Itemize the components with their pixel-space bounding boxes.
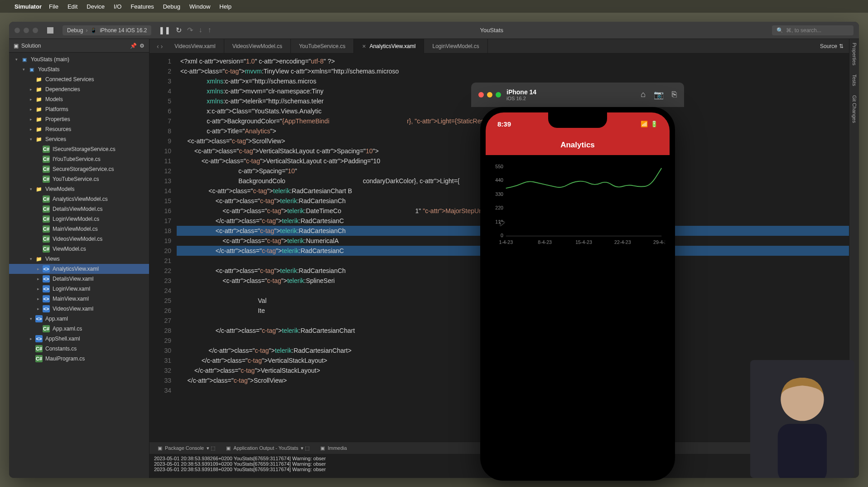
tab-properties[interactable]: Properties: [852, 43, 857, 65]
tree-item[interactable]: C#AnalyticsViewModel.cs: [9, 194, 149, 204]
tree-item[interactable]: 📁Connected Services: [9, 74, 149, 84]
debug-target-selector[interactable]: Debug › 📱 iPhone 14 iOS 16.2: [63, 25, 151, 35]
pin-icon[interactable]: 📌: [130, 43, 137, 49]
step-over-button[interactable]: ↷: [187, 26, 193, 34]
tree-item[interactable]: C#LoginViewModel.cs: [9, 214, 149, 224]
chevron-right-icon: ›: [86, 27, 87, 34]
tree-item[interactable]: C#MauiProgram.cs: [9, 354, 149, 364]
tree-item[interactable]: ▾📁ViewModels: [9, 184, 149, 194]
svg-text:220: 220: [495, 205, 503, 210]
editor-tab[interactable]: ×AnalyticsView.xaml: [354, 39, 424, 54]
solution-icon: ▣: [14, 43, 19, 49]
menu-window[interactable]: Window: [189, 3, 210, 10]
tab-package-console[interactable]: ▣ Package Console ▾ ⬚: [153, 445, 220, 451]
svg-text:22-4-23: 22-4-23: [614, 239, 631, 245]
screenshot-button[interactable]: 📷: [654, 90, 664, 100]
tree-item[interactable]: ▸<>VideosView.xaml: [9, 304, 149, 314]
line-gutter: 1234567891011121314151617181920212223242…: [149, 54, 177, 442]
chevron-updown-icon: ⇅: [839, 43, 844, 49]
tree-item[interactable]: ▸📁Platforms: [9, 104, 149, 114]
tree-item[interactable]: ▸📁Dependencies: [9, 84, 149, 94]
svg-text:29-4-23: 29-4-23: [653, 239, 665, 245]
tree-item[interactable]: C#App.xaml.cs: [9, 324, 149, 334]
gear-icon[interactable]: ⚙: [140, 43, 145, 49]
search-icon: 🔍: [776, 27, 783, 34]
pause-button[interactable]: ❚❚: [159, 26, 170, 34]
close-icon[interactable]: ×: [362, 43, 366, 50]
tree-item[interactable]: ▸<>AnalyticsView.xaml: [9, 264, 149, 274]
tree-item[interactable]: C#Constants.cs: [9, 344, 149, 354]
editor-tab[interactable]: VideosView.xaml: [166, 39, 224, 54]
editor-tab[interactable]: VideosViewModel.cs: [224, 39, 291, 54]
menu-file[interactable]: File: [49, 3, 58, 10]
search-placeholder: ⌘, to search...: [786, 27, 821, 34]
tab-immediate[interactable]: ▣ Immedia: [316, 445, 351, 451]
tree-item[interactable]: C#ViewModel.cs: [9, 244, 149, 254]
simulator-window: iPhone 14 iOS 16.2 ⌂ 📷 ⎘ 8:39 📶 🔋 Analyt…: [471, 83, 684, 481]
step-in-button[interactable]: ↓: [198, 26, 202, 34]
tree-item[interactable]: ▾<>App.xaml: [9, 314, 149, 324]
svg-text:330: 330: [495, 191, 503, 197]
svg-text:440: 440: [495, 177, 503, 183]
menu-io[interactable]: I/O: [114, 3, 121, 10]
tree-item[interactable]: ▸<>MainView.xaml: [9, 294, 149, 304]
tree-item[interactable]: C#VideosViewModel.cs: [9, 234, 149, 244]
tab-git[interactable]: Git Changes: [852, 95, 857, 123]
menu-features[interactable]: Features: [130, 3, 154, 10]
tree-item[interactable]: ▸<>AppShell.xaml: [9, 334, 149, 344]
tree-item[interactable]: ▾📁Services: [9, 134, 149, 144]
simulator-device-name: iPhone 14: [506, 88, 536, 96]
tree-item[interactable]: ▸<>LoginView.xaml: [9, 284, 149, 294]
tree-item[interactable]: ▸📁Resources: [9, 124, 149, 134]
wifi-icon: 📶: [641, 121, 648, 127]
simulator-traffic-lights[interactable]: [478, 92, 501, 97]
app-header: Analytics: [486, 135, 670, 155]
editor-tab[interactable]: YouTubeService.cs: [291, 39, 354, 54]
search-input[interactable]: 🔍 ⌘, to search...: [772, 25, 854, 35]
simulator-titlebar[interactable]: iPhone 14 iOS 16.2 ⌂ 📷 ⎘: [471, 83, 684, 107]
rotate-button[interactable]: ⎘: [672, 90, 677, 100]
tree-item[interactable]: C#IYouTubeService.cs: [9, 154, 149, 164]
analytics-chart[interactable]: 01102203304405501-4-238-4-2315-4-2322-4-…: [486, 155, 670, 255]
tree-item[interactable]: ▸📁Properties: [9, 114, 149, 124]
editor-tab[interactable]: LoginViewModel.cs: [424, 39, 487, 54]
tree-item[interactable]: C#DetailsViewModel.cs: [9, 204, 149, 214]
menu-device[interactable]: Device: [87, 3, 105, 10]
menu-edit[interactable]: Edit: [68, 3, 77, 10]
simulator-os-version: iOS 16.2: [506, 96, 536, 101]
nav-forward-button[interactable]: ›: [161, 43, 163, 50]
run-controls: ❚❚ ↻ ↷ ↓ ↑: [159, 26, 211, 34]
tree-item[interactable]: C#MainViewModel.cs: [9, 224, 149, 234]
tree-item[interactable]: ▸📁Models: [9, 94, 149, 104]
editor-tabs: ‹ › VideosView.xamlVideosViewModel.csYou…: [149, 39, 849, 54]
home-button[interactable]: ⌂: [641, 90, 646, 100]
status-time: 8:39: [497, 120, 511, 128]
tree-item[interactable]: C#ISecureStorageService.cs: [9, 144, 149, 154]
sidebar-header: ▣ Solution 📌 ⚙: [9, 39, 149, 53]
battery-icon: 🔋: [651, 121, 658, 127]
tree-item[interactable]: C#SecureStorageService.cs: [9, 164, 149, 174]
phone-screen[interactable]: 8:39 📶 🔋 Analytics 01102203304405501-4-2…: [486, 112, 670, 475]
menubar-app-name[interactable]: Simulator: [14, 3, 42, 10]
tree-item[interactable]: ▾▣YouStats (main): [9, 54, 149, 64]
menu-debug[interactable]: Debug: [163, 3, 180, 10]
svg-text:15-4-23: 15-4-23: [575, 239, 592, 245]
svg-text:550: 550: [495, 164, 503, 169]
tab-app-output[interactable]: ▣ Application Output - YouStats ▾ ⬚: [222, 445, 314, 451]
chart-svg: 01102203304405501-4-238-4-2315-4-2322-4-…: [490, 161, 665, 248]
source-dropdown[interactable]: Source ⇅: [815, 43, 849, 49]
tree-item[interactable]: ▾📁Views: [9, 254, 149, 264]
step-out-button[interactable]: ↑: [207, 26, 211, 34]
stop-button[interactable]: [47, 27, 53, 34]
tab-tests[interactable]: Tests: [852, 74, 857, 86]
tree-item[interactable]: C#YouTubeService.cs: [9, 174, 149, 184]
window-traffic-lights[interactable]: [14, 28, 38, 33]
debug-config-label: Debug: [67, 27, 83, 34]
restart-button[interactable]: ↻: [176, 26, 182, 34]
device-icon: 📱: [90, 27, 97, 34]
menu-help[interactable]: Help: [219, 3, 231, 10]
solution-tree[interactable]: ▾▣YouStats (main)▾▣YouStats📁Connected Se…: [9, 53, 149, 478]
tree-item[interactable]: ▾▣YouStats: [9, 64, 149, 74]
tree-item[interactable]: ▸<>DetailsView.xaml: [9, 274, 149, 284]
nav-back-button[interactable]: ‹: [157, 43, 159, 50]
